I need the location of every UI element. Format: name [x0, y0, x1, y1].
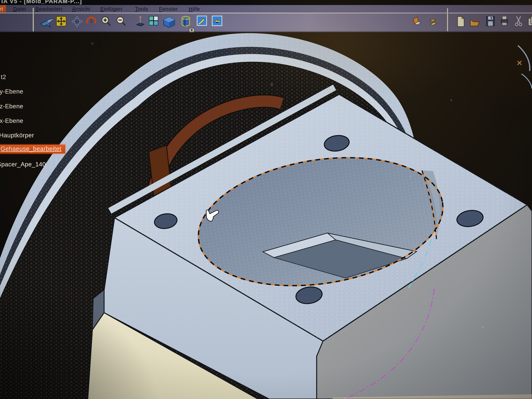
- fly-mode-icon[interactable]: [39, 17, 55, 28]
- catalog-icon[interactable]: [427, 17, 439, 28]
- print-icon[interactable]: [500, 15, 509, 26]
- hide-show-icon[interactable]: [196, 15, 207, 26]
- tree-item-hauptkoerper[interactable]: Hauptkörper: [0, 132, 34, 139]
- toolbar-separator: [447, 8, 448, 31]
- catalog-browser-icon[interactable]: [411, 15, 423, 28]
- window-title: IA V5 - [Mold_PARAM-P...]: [1, 0, 82, 5]
- cut-icon[interactable]: [514, 15, 523, 27]
- title-bar: IA V5 - [Mold_PARAM-P...]: [0, 0, 532, 5]
- toolbar-handle[interactable]: [33, 8, 34, 32]
- menu-fenster[interactable]: Fenster: [159, 6, 178, 12]
- fit-all-in-icon[interactable]: [55, 15, 67, 27]
- menu-tools[interactable]: Tools: [135, 6, 148, 12]
- tree-item-gehaeuse-bearbeitet[interactable]: Gehaeuse_bearbeitet: [0, 145, 65, 154]
- tree-item-zx-ebene[interactable]: zx-Ebene: [0, 117, 23, 124]
- tree-item-spacer-ape-140[interactable]: Spacer_Ape_140: [0, 161, 46, 168]
- toolbar: [0, 13, 532, 32]
- menu-einfuegen[interactable]: Einfügen: [100, 6, 122, 12]
- menu-bearbeiten[interactable]: Bearbeiten: [35, 6, 62, 12]
- new-document-icon[interactable]: [455, 15, 466, 28]
- copy-icon[interactable]: [527, 15, 532, 27]
- catia-window: IA V5 - [Mold_PARAM-P...] rt Datei Bearb…: [0, 0, 532, 399]
- swap-visible-space-icon[interactable]: [212, 15, 222, 26]
- menu-start-fragment[interactable]: rt: [0, 5, 6, 13]
- save-icon[interactable]: [486, 15, 495, 27]
- zoom-in-icon[interactable]: [100, 15, 112, 27]
- shading-with-edges-icon[interactable]: [180, 15, 191, 28]
- pan-icon[interactable]: [71, 15, 83, 28]
- rotate-icon[interactable]: [86, 15, 97, 26]
- tree-item-xy-ebene[interactable]: xy-Ebene: [0, 88, 23, 95]
- normal-view-icon[interactable]: [134, 15, 146, 27]
- menu-datei[interactable]: Datei: [13, 6, 26, 12]
- menu-hilfe[interactable]: Hilfe: [189, 6, 200, 12]
- isometric-view-icon[interactable]: [163, 16, 176, 28]
- menu-ansicht[interactable]: Ansicht: [72, 6, 90, 12]
- shading-dropdown-arrow[interactable]: [189, 28, 195, 33]
- tree-item-part[interactable]: t2: [1, 73, 6, 81]
- multi-view-icon[interactable]: [148, 15, 159, 26]
- open-folder-icon[interactable]: [469, 17, 480, 27]
- menu-bar: rt Datei Bearbeiten Ansicht Einfügen Too…: [0, 5, 532, 13]
- zoom-out-icon[interactable]: [115, 15, 127, 27]
- cad-viewport[interactable]: [0, 0, 532, 399]
- tree-item-yz-ebene[interactable]: yz-Ebene: [0, 103, 23, 110]
